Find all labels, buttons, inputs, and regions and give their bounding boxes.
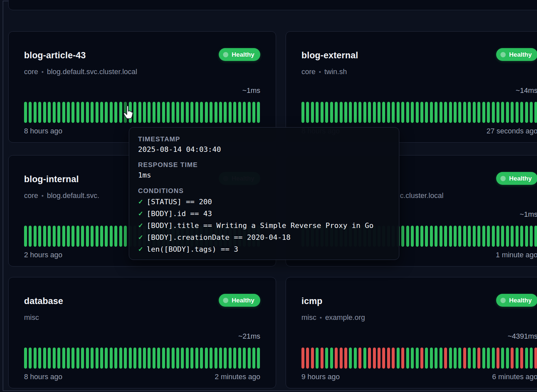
uptime-bar-up[interactable] — [143, 102, 146, 123]
uptime-bar-up[interactable] — [492, 348, 495, 369]
uptime-bar-up[interactable] — [105, 102, 108, 123]
uptime-bar-up[interactable] — [534, 226, 537, 247]
uptime-bar-up[interactable] — [252, 102, 255, 123]
uptime-bar-up[interactable] — [248, 348, 251, 369]
uptime-bar-up[interactable] — [53, 348, 56, 369]
uptime-bar-down[interactable] — [340, 348, 343, 369]
uptime-bar-up[interactable] — [363, 102, 366, 123]
uptime-bar-up[interactable] — [100, 102, 103, 123]
uptime-bar-up[interactable] — [148, 102, 151, 123]
uptime-bar-up[interactable] — [129, 348, 132, 369]
uptime-bar-up[interactable] — [48, 226, 51, 247]
uptime-bar-up[interactable] — [110, 226, 113, 247]
uptime-bar-up[interactable] — [516, 348, 519, 369]
uptime-bar-up[interactable] — [76, 348, 79, 369]
uptime-bar-up[interactable] — [53, 226, 56, 247]
uptime-bar-up[interactable] — [96, 348, 99, 369]
uptime-bar-down[interactable] — [420, 348, 423, 369]
uptime-bar-up[interactable] — [511, 102, 514, 123]
uptime-bar-down[interactable] — [378, 348, 381, 369]
uptime-bar-up[interactable] — [62, 226, 65, 247]
uptime-bar-down[interactable] — [358, 348, 361, 369]
uptime-bar-up[interactable] — [468, 348, 471, 369]
uptime-bar-up[interactable] — [81, 226, 84, 247]
uptime-bar-up[interactable] — [473, 348, 476, 369]
uptime-bar-up[interactable] — [316, 348, 319, 369]
uptime-bar-up[interactable] — [143, 348, 146, 369]
uptime-bar-hovered[interactable] — [124, 102, 127, 123]
uptime-bar-up[interactable] — [444, 102, 447, 123]
uptime-bar-up[interactable] — [511, 226, 514, 247]
uptime-bar-up[interactable] — [96, 102, 99, 123]
uptime-bar-up[interactable] — [463, 102, 466, 123]
uptime-bar-up[interactable] — [138, 102, 141, 123]
uptime-bar-up[interactable] — [325, 348, 328, 369]
uptime-bar-up[interactable] — [411, 102, 414, 123]
uptime-bar-up[interactable] — [110, 348, 113, 369]
uptime-bar-up[interactable] — [91, 348, 94, 369]
uptime-bar-down[interactable] — [496, 348, 499, 369]
card-blog-article-43[interactable]: blog-article-43 core•blog.default.svc.cl… — [8, 31, 276, 143]
uptime-bar-up[interactable] — [530, 348, 533, 369]
uptime-bar-up[interactable] — [458, 102, 461, 123]
uptime-bar-up[interactable] — [81, 102, 84, 123]
uptime-bar-up[interactable] — [473, 102, 476, 123]
uptime-bar-up[interactable] — [100, 348, 103, 369]
uptime-bar-up[interactable] — [67, 226, 70, 247]
uptime-bar-up[interactable] — [238, 348, 241, 369]
uptime-bar-up[interactable] — [439, 226, 442, 247]
uptime-bar-up[interactable] — [420, 102, 423, 123]
uptime-bar-up[interactable] — [38, 102, 41, 123]
uptime-bar-up[interactable] — [406, 102, 409, 123]
uptime-bar-down[interactable] — [368, 348, 371, 369]
uptime-bar-up[interactable] — [257, 102, 260, 123]
uptime-bar-up[interactable] — [34, 348, 37, 369]
uptime-bar-up[interactable] — [368, 102, 371, 123]
uptime-bar-up[interactable] — [172, 102, 175, 123]
uptime-bar-up[interactable] — [24, 348, 27, 369]
uptime-bar-up[interactable] — [534, 102, 537, 123]
uptime-bar-up[interactable] — [454, 348, 457, 369]
uptime-bar-up[interactable] — [205, 102, 208, 123]
uptime-bar-up[interactable] — [81, 348, 84, 369]
uptime-bar-up[interactable] — [29, 226, 32, 247]
uptime-bar-up[interactable] — [210, 348, 212, 369]
uptime-bar-up[interactable] — [439, 348, 442, 369]
uptime-bar-up[interactable] — [373, 102, 376, 123]
uptime-bar-up[interactable] — [449, 348, 452, 369]
uptime-bar-down[interactable] — [392, 348, 395, 369]
uptime-bar-up[interactable] — [363, 348, 366, 369]
uptime-bar-down[interactable] — [382, 348, 385, 369]
uptime-bar-up[interactable] — [162, 102, 165, 123]
uptime-bar-up[interactable] — [153, 348, 155, 369]
uptime-bar-up[interactable] — [71, 102, 74, 123]
uptime-bar-up[interactable] — [229, 102, 232, 123]
uptime-bar-up[interactable] — [86, 102, 89, 123]
uptime-bar-up[interactable] — [195, 102, 198, 123]
uptime-bar-up[interactable] — [487, 348, 490, 369]
uptime-bar-up[interactable] — [358, 102, 361, 123]
uptime-bar-up[interactable] — [176, 102, 179, 123]
uptime-bar-down[interactable] — [511, 348, 514, 369]
uptime-bar-up[interactable] — [482, 226, 485, 247]
uptime-bar-up[interactable] — [330, 102, 333, 123]
uptime-bar-up[interactable] — [449, 102, 452, 123]
uptime-bar-up[interactable] — [520, 226, 523, 247]
uptime-bar-up[interactable] — [349, 102, 352, 123]
uptime-bar-up[interactable] — [477, 226, 480, 247]
uptime-bar-up[interactable] — [325, 102, 328, 123]
uptime-bar-up[interactable] — [214, 348, 217, 369]
uptime-bar-up[interactable] — [91, 102, 94, 123]
uptime-bar-down[interactable] — [401, 348, 404, 369]
uptime-bar-up[interactable] — [387, 102, 390, 123]
uptime-bar-up[interactable] — [401, 102, 404, 123]
uptime-bar-up[interactable] — [224, 348, 227, 369]
uptime-bar-up[interactable] — [219, 348, 222, 369]
uptime-bar-up[interactable] — [520, 102, 523, 123]
uptime-bar-up[interactable] — [468, 226, 471, 247]
uptime-bar-up[interactable] — [492, 102, 495, 123]
uptime-bar-up[interactable] — [487, 102, 490, 123]
uptime-bar-down[interactable] — [306, 348, 309, 369]
uptime-bar-up[interactable] — [449, 226, 452, 247]
uptime-bar-up[interactable] — [354, 102, 357, 123]
